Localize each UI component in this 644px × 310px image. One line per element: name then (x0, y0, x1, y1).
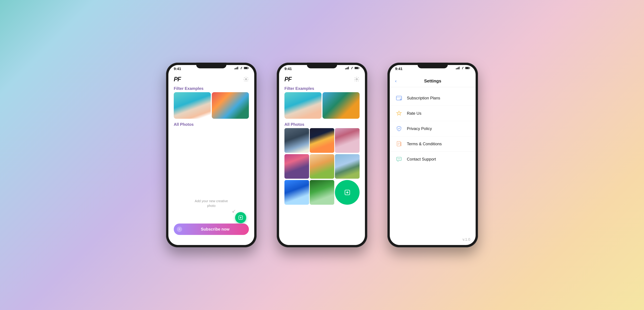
svg-rect-14 (347, 67, 348, 69)
svg-rect-12 (345, 68, 346, 69)
svg-rect-30 (470, 68, 470, 69)
arrow-hint: ↙ (232, 208, 236, 214)
svg-rect-18 (359, 68, 360, 69)
settings-item-subscription[interactable]: Subscription Plans (390, 90, 476, 106)
star-icon (395, 109, 403, 117)
settings-title: Settings (424, 78, 442, 84)
shield-icon (395, 125, 403, 132)
notch-1 (196, 63, 226, 68)
svg-rect-15 (348, 67, 349, 69)
photo-cell-7[interactable] (284, 180, 309, 205)
settings-item-privacy[interactable]: Privacy Policy (390, 121, 476, 136)
photo-cell-3[interactable] (335, 128, 360, 153)
filter-examples-title-2: Filter Examples (279, 85, 365, 92)
settings-list: Subscription Plans Rate Us (390, 87, 476, 234)
svg-rect-33 (396, 97, 402, 98)
svg-rect-37 (401, 142, 401, 146)
status-icons-2 (345, 67, 360, 69)
status-icons-3 (456, 67, 470, 69)
settings-header: ‹ Settings (390, 75, 476, 87)
filter-img-1[interactable] (174, 92, 211, 119)
svg-point-16 (351, 69, 352, 69)
photo-cell-1[interactable] (284, 128, 309, 153)
chat-icon (395, 155, 403, 163)
shield-svg (396, 126, 402, 132)
svg-rect-31 (466, 67, 469, 69)
svg-point-28 (462, 69, 463, 69)
logo-1: PF (174, 76, 181, 83)
subscription-label: Subscription Plans (407, 96, 440, 100)
photo-cell-4[interactable] (284, 154, 309, 179)
signal-icon-2 (345, 67, 349, 69)
photo-cell-5[interactable] (310, 154, 334, 179)
svg-marker-35 (397, 111, 401, 115)
signal-icon-3 (456, 67, 460, 69)
phone-1: 9:41 (166, 63, 256, 247)
subscription-icon (395, 94, 403, 102)
status-icons-1 (234, 67, 249, 69)
wifi-icon-2 (350, 67, 353, 69)
svg-rect-2 (236, 67, 237, 69)
subscribe-label: Subscribe now (184, 227, 246, 232)
svg-rect-26 (458, 67, 458, 69)
svg-point-20 (356, 79, 358, 80)
filter-examples-title-1: Filter Examples (168, 85, 254, 92)
subscribe-close-button[interactable]: × (177, 227, 182, 232)
photo-cell-6[interactable] (335, 154, 360, 179)
status-time-1: 9:41 (174, 67, 181, 71)
screen-3: 9:41 (390, 65, 476, 245)
filter-img-2[interactable] (212, 92, 249, 119)
chat-svg (396, 156, 402, 162)
svg-rect-27 (459, 67, 460, 69)
plus-square-icon (238, 215, 243, 220)
svg-point-8 (245, 79, 247, 80)
app-header-2: PF (279, 74, 365, 85)
settings-item-rateus[interactable]: Rate Us (390, 106, 476, 121)
add-photo-fab-1[interactable] (235, 212, 246, 223)
phone-3: 9:41 (388, 63, 478, 247)
version-text: v.1.0 (390, 234, 476, 245)
notch-2 (307, 63, 337, 68)
svg-rect-3 (238, 67, 238, 69)
photo-cell-8[interactable] (310, 180, 334, 205)
gear-icon-1[interactable] (243, 76, 249, 82)
phone-2: 9:41 (277, 63, 367, 247)
photo-grid (279, 128, 365, 205)
all-photos-title-1: All Photos (168, 121, 254, 128)
subscribe-bar[interactable]: × Subscribe now (174, 224, 249, 235)
battery-icon-2 (354, 67, 360, 69)
svg-point-41 (398, 159, 398, 159)
all-photos-title-2: All Photos (279, 121, 365, 128)
battery-icon (244, 67, 249, 69)
gear-icon-2[interactable] (354, 76, 360, 82)
filter-img-3[interactable] (284, 92, 322, 119)
svg-point-43 (400, 159, 400, 159)
terms-label: Terms & Conditions (407, 141, 442, 146)
logo-2: PF (284, 76, 292, 83)
photo-cell-2[interactable] (310, 128, 334, 153)
svg-rect-24 (456, 68, 456, 69)
svg-rect-19 (355, 67, 358, 69)
empty-hint: Add your new creative photo (194, 199, 228, 208)
settings-item-support[interactable]: Contact Support (390, 152, 476, 167)
battery-icon-3 (465, 67, 470, 69)
support-label: Contact Support (407, 157, 436, 162)
svg-rect-1 (236, 68, 236, 69)
add-photo-fab-2[interactable] (335, 180, 360, 205)
svg-rect-25 (457, 68, 458, 69)
settings-item-terms[interactable]: Terms & Conditions (390, 136, 476, 152)
svg-point-4 (241, 69, 241, 69)
screen-1: 9:41 (168, 65, 254, 245)
filter-img-4[interactable] (322, 92, 360, 119)
notch-3 (418, 63, 448, 68)
filter-row-1 (168, 92, 254, 121)
svg-rect-6 (248, 68, 249, 69)
back-button[interactable]: ‹ (395, 78, 397, 84)
svg-rect-7 (244, 67, 248, 69)
svg-rect-13 (346, 68, 347, 69)
empty-state: Add your new creative photo ↙ × Subscrib… (168, 128, 254, 245)
wifi-icon-3 (461, 67, 464, 69)
rateus-label: Rate Us (407, 111, 422, 116)
svg-point-42 (399, 159, 399, 159)
plus-square-icon-2 (344, 189, 350, 196)
